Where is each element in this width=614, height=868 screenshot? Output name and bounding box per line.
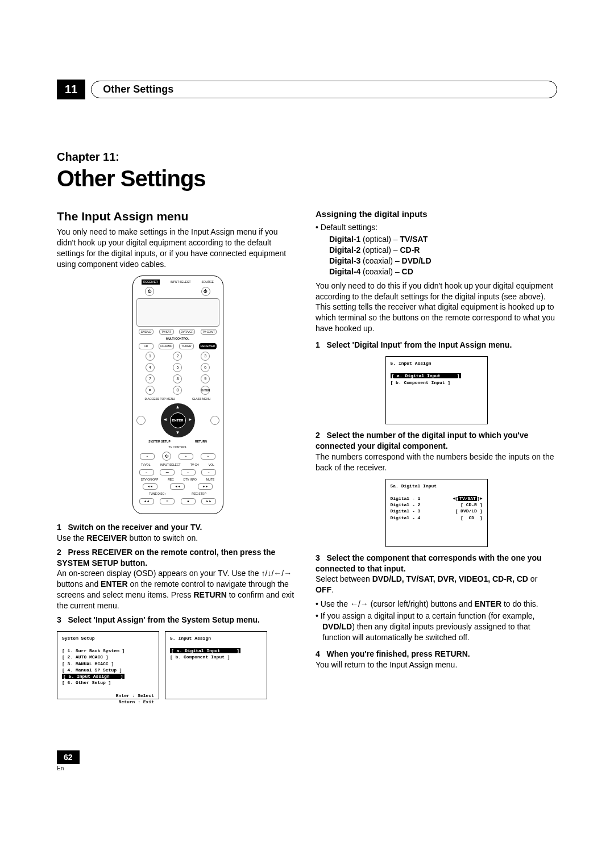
transport-btn: ►► <box>198 483 213 490</box>
osd-input-assign-2: 5. Input Assign [ a. Digital Input ] [ b… <box>385 356 488 424</box>
power-icon: ⏻ <box>145 287 154 296</box>
osd-system-setup: System Setup [ 1. Surr Back System ] [ 2… <box>57 631 159 699</box>
ch-btn: + <box>179 453 193 460</box>
paragraph: You only need to do this if you didn't h… <box>316 281 557 334</box>
r-step-1: 1 Select 'Digital Input' from the Input … <box>316 340 557 350</box>
remote-label: TV CH <box>190 463 199 467</box>
digit-btn: 2 <box>173 352 182 361</box>
arrow-icons: ↑/↓/←/→ <box>262 569 292 578</box>
default-row: Digital-4 (coaxial) – CD <box>329 266 557 277</box>
digit-btn: 3 <box>201 352 210 361</box>
page-lang: En <box>57 765 557 771</box>
vol-btn: + <box>201 453 215 460</box>
transport-btn: ■ <box>181 498 196 504</box>
digit-btn: 8 <box>173 374 182 383</box>
remote-btn: TV CONT <box>201 329 217 335</box>
digit-btn: 7 <box>146 374 155 383</box>
vol-btn: − <box>139 469 154 475</box>
osd-input-assign: 5. Input Assign [ a. Digital Input ] [ b… <box>165 631 267 699</box>
return-label: RETURN <box>195 440 207 444</box>
tv-power-icon: ⏻ <box>162 452 171 461</box>
step-3: 3 Select 'Input Assign' from the System … <box>57 615 298 625</box>
ch-btn: − <box>181 469 196 475</box>
remote-label-source: SOURCE <box>202 280 214 284</box>
chapter-title: Other Settings <box>57 166 557 191</box>
remote-multi-control: MULTI CONTROL <box>136 337 219 341</box>
r-step-3: 3 Select the component that corresponds … <box>316 553 557 596</box>
enter-small-btn: ENTER <box>201 386 210 395</box>
remote-label: REC STOP <box>192 492 206 496</box>
section-heading: The Input Assign menu <box>57 208 298 224</box>
d-pad: ▲ ▼ ◄ ► ENTER <box>161 403 195 437</box>
chapter-header: 11 Other Settings <box>57 80 557 99</box>
defaults-intro: Default settings: <box>322 222 557 233</box>
chapter-label: Chapter 11: <box>57 151 557 164</box>
right-column: Assigning the digital inputs Default set… <box>316 208 557 705</box>
remote-label: CLASS MENU <box>192 397 211 401</box>
arrow-left-icon: ◄ <box>163 417 168 423</box>
digit-btn: 1 <box>146 352 155 361</box>
manual-page: 11 Other Settings Chapter 11: Other Sett… <box>57 80 557 771</box>
default-row: Digital-3 (coaxial) – DVD/LD <box>329 256 557 266</box>
chapter-number-box: 11 <box>57 80 85 99</box>
remote-label: REC <box>168 478 174 482</box>
arrow-right-icon: ► <box>188 417 193 423</box>
osd-digital-input: 5a. Digital Input Digital - 1◄[TV/SAT]► … <box>385 479 488 547</box>
remote-control-diagram: RECEIVER INPUT SELECT SOURCE ⏻ ⏻ DVD/LD … <box>132 276 223 514</box>
digit-btn: 4 <box>146 363 155 372</box>
remote-label: INPUT SELECT <box>160 463 181 467</box>
step-2: 2 Press RECEIVER on the remote control, … <box>57 547 298 611</box>
tv-control-label: TV CONTROL <box>136 445 219 449</box>
page-number: 62 <box>57 750 80 764</box>
remote-label-receiver: RECEIVER <box>142 279 160 285</box>
system-setup-label: SYSTEM SETUP <box>148 440 171 444</box>
power-icon: ⏻ <box>201 287 210 296</box>
transport-btn: ►► <box>201 498 216 504</box>
arrow-up-icon: ▲ <box>176 404 180 411</box>
remote-lcd <box>136 298 219 327</box>
arrow-down-icon: ▼ <box>176 430 180 436</box>
remote-btn: DVD/LD <box>139 329 154 335</box>
sel-btn: ▬ <box>160 469 175 475</box>
remote-label: D.ACCESS TOP MENU <box>145 397 175 401</box>
intro-paragraph: You only need to make settings in the In… <box>57 227 298 270</box>
menu-btn <box>136 416 146 425</box>
remote-label: TUNE DISC+ <box>149 492 166 496</box>
digit-btn: 0 <box>173 386 182 395</box>
transport-btn: II <box>160 498 175 504</box>
transport-btn: ◄◄ <box>143 483 157 490</box>
remote-label: TVVOL <box>141 463 150 467</box>
digit-btn: 9 <box>201 374 210 383</box>
remote-btn: CD <box>139 343 154 349</box>
remote-label: VOL <box>209 463 214 467</box>
left-column: The Input Assign menu You only need to m… <box>57 208 298 705</box>
remote-label: DTV INFO <box>184 478 197 482</box>
digit-btn: 6 <box>201 363 210 372</box>
dot-btn: • <box>146 386 155 395</box>
step-1: 1 Switch on the receiver and your TV. Us… <box>57 522 298 544</box>
default-row: Digital-2 (optical) – CD-R <box>329 245 557 256</box>
bullet-1: Use the ←/→ (cursor left/right) buttons … <box>322 599 557 610</box>
subsection-heading: Assigning the digital inputs <box>316 208 557 220</box>
transport-btn: ◄◄ <box>139 498 154 504</box>
r-step-4: 4 When you're finished, press RETURN. Yo… <box>316 649 557 670</box>
page-footer: 62 En <box>57 750 557 771</box>
remote-btn: DVR/VCR <box>179 329 196 335</box>
remote-btn-receiver: RECEIVER <box>199 343 217 349</box>
bullet-2: If you assign a digital input to a certa… <box>322 611 557 643</box>
enter-btn: ENTER <box>170 412 186 428</box>
default-row: Digital-1 (optical) – TV/SAT <box>329 234 557 245</box>
remote-btn: TV/SAT <box>159 329 174 335</box>
vol-btn: + <box>140 453 155 460</box>
transport-btn: ◄◄ <box>170 483 185 490</box>
arrow-icons: ←/→ <box>350 599 368 608</box>
remote-label: MUTE <box>206 478 214 482</box>
remote-btn: CD-R/MD <box>159 343 175 349</box>
remote-btn: TUNER <box>179 343 194 349</box>
chapter-pill: Other Settings <box>91 81 557 98</box>
vol-btn: − <box>201 469 216 475</box>
menu-btn <box>210 416 219 425</box>
r-step-2: 2 Select the number of the digital input… <box>316 430 557 473</box>
digit-btn: 5 <box>173 363 182 372</box>
remote-label-input-select: INPUT SELECT <box>171 280 191 284</box>
